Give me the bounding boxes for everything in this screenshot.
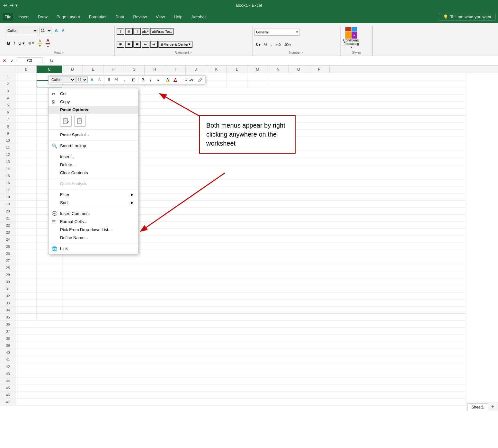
cell-b4[interactable]: [16, 94, 37, 102]
row-header-35[interactable]: 35: [0, 314, 16, 321]
align-middle-btn[interactable]: ≡: [125, 28, 133, 35]
cell-l1[interactable]: [227, 73, 247, 80]
row-header-3[interactable]: 3: [0, 87, 16, 94]
row-header-1[interactable]: 1: [0, 73, 16, 80]
cell-c35[interactable]: [37, 314, 62, 321]
cell-b2[interactable]: [16, 80, 37, 87]
cell-b30[interactable]: [16, 278, 37, 285]
tell-me-input[interactable]: 💡 Tell me what you want: [439, 13, 495, 21]
menu-data[interactable]: Data: [111, 13, 128, 21]
row-header-10[interactable]: 10: [0, 137, 16, 144]
cell-l2[interactable]: [227, 80, 247, 87]
cell-b11[interactable]: [16, 144, 37, 151]
menu-insert[interactable]: Insert: [14, 13, 33, 21]
mini-bold-btn[interactable]: B: [139, 76, 147, 83]
row-header-28[interactable]: 28: [0, 264, 16, 271]
cell-b15[interactable]: [16, 172, 37, 179]
row-header-9[interactable]: 9: [0, 130, 16, 137]
cell-b18[interactable]: [16, 193, 37, 201]
cell-b26[interactable]: [16, 250, 37, 257]
col-header-e[interactable]: E: [83, 66, 103, 73]
cell-b5[interactable]: [16, 102, 37, 109]
col-header-l[interactable]: L: [227, 66, 247, 73]
context-menu-define-name[interactable]: Define Name...: [49, 234, 138, 242]
row-header-38[interactable]: 38: [0, 335, 16, 342]
cell-b25[interactable]: [16, 243, 37, 250]
row-header-11[interactable]: 11: [0, 144, 16, 151]
cell-c33[interactable]: [37, 300, 62, 307]
mini-font-color-btn[interactable]: A: [172, 76, 179, 83]
cancel-formula-btn[interactable]: ✕: [1, 58, 8, 64]
row-header-18[interactable]: 18: [0, 193, 16, 201]
mini-percent-btn[interactable]: %: [113, 76, 120, 83]
mini-borders-btn[interactable]: ⊞: [130, 76, 137, 83]
row-header-15[interactable]: 15: [0, 172, 16, 179]
cell-b22[interactable]: [16, 222, 37, 229]
mini-size-select[interactable]: 11: [76, 76, 88, 83]
context-menu-pick-from-dropdown[interactable]: Pick From Drop-down List...: [49, 226, 138, 234]
align-top-btn[interactable]: ⊤: [117, 28, 124, 35]
increase-font-btn[interactable]: A: [53, 27, 59, 34]
undo-icon[interactable]: ↩: [3, 2, 7, 8]
confirm-formula-btn[interactable]: ✓: [9, 58, 15, 64]
menu-help[interactable]: Help: [170, 13, 186, 21]
cell-b24[interactable]: [16, 236, 37, 243]
menu-file[interactable]: File: [3, 13, 13, 21]
menu-view[interactable]: View: [152, 13, 169, 21]
comma-btn[interactable]: ,: [270, 42, 273, 47]
cell-b20[interactable]: [16, 208, 37, 215]
cell-rest39[interactable]: [16, 342, 466, 349]
cell-b17[interactable]: [16, 186, 37, 193]
cell-c31[interactable]: [37, 285, 62, 292]
cell-rest37[interactable]: [16, 328, 466, 335]
conditional-formatting-btn[interactable]: ≠ ConditionalFormatting ▾: [343, 27, 359, 49]
align-bottom-btn[interactable]: ⊥: [133, 28, 141, 35]
cell-b19[interactable]: [16, 201, 37, 208]
col-header-g[interactable]: G: [124, 66, 145, 73]
col-header-f[interactable]: F: [103, 66, 124, 73]
cell-rest47[interactable]: [16, 399, 466, 406]
context-menu-sort[interactable]: Sort ▶: [49, 199, 138, 207]
orientation-btn[interactable]: ab↗: [142, 28, 149, 35]
cell-c32[interactable]: [37, 292, 62, 300]
cell-c30[interactable]: [37, 278, 62, 285]
row-header-32[interactable]: 32: [0, 292, 16, 300]
row-header-29[interactable]: 29: [0, 271, 16, 278]
cell-b33[interactable]: [16, 300, 37, 307]
cell-rest33[interactable]: [62, 300, 466, 307]
col-header-c[interactable]: C: [37, 66, 62, 73]
font-family-select[interactable]: Calibri: [6, 27, 38, 34]
wrap-text-btn[interactable]: ab Wrap Text: [150, 28, 173, 35]
row-header-42[interactable]: 42: [0, 363, 16, 370]
cell-rest4[interactable]: [124, 94, 466, 102]
italic-button[interactable]: I: [12, 40, 16, 46]
row-header-36[interactable]: 36: [0, 321, 16, 328]
font-size-select[interactable]: 11: [39, 27, 52, 34]
row-header-16[interactable]: 16: [0, 179, 16, 186]
row-header-27[interactable]: 27: [0, 257, 16, 264]
menu-draw[interactable]: Draw: [34, 13, 51, 21]
paste-icon-2[interactable]: [74, 115, 86, 127]
cell-b8[interactable]: [16, 123, 37, 130]
col-header-n[interactable]: N: [268, 66, 289, 73]
col-header-p[interactable]: P: [309, 66, 330, 73]
merge-center-btn[interactable]: ⊞ Merge & Center ▾: [158, 41, 192, 48]
row-header-14[interactable]: 14: [0, 165, 16, 172]
cell-rest44[interactable]: [16, 377, 466, 384]
mini-fill-btn[interactable]: A: [164, 76, 171, 83]
underline-button[interactable]: U ▾: [17, 40, 26, 46]
context-menu-cut[interactable]: ✂ Cut: [49, 90, 138, 98]
row-header-46[interactable]: 46: [0, 391, 16, 399]
font-expand-icon[interactable]: ↗: [61, 51, 64, 54]
cell-b31[interactable]: [16, 285, 37, 292]
mini-shrink-btn[interactable]: A: [96, 76, 103, 83]
cell-b27[interactable]: [16, 257, 37, 264]
row-header-47[interactable]: 47: [0, 399, 16, 406]
mini-grow-btn[interactable]: A: [88, 76, 95, 83]
sheet-tab-sheet1[interactable]: Sheet1: [467, 403, 488, 411]
decrease-decimal-btn[interactable]: .00⇒: [283, 42, 292, 47]
cell-c27[interactable]: [37, 257, 62, 264]
alignment-expand-icon[interactable]: ↗: [190, 51, 192, 54]
cell-b23[interactable]: [16, 229, 37, 236]
cell-b6[interactable]: [16, 109, 37, 116]
